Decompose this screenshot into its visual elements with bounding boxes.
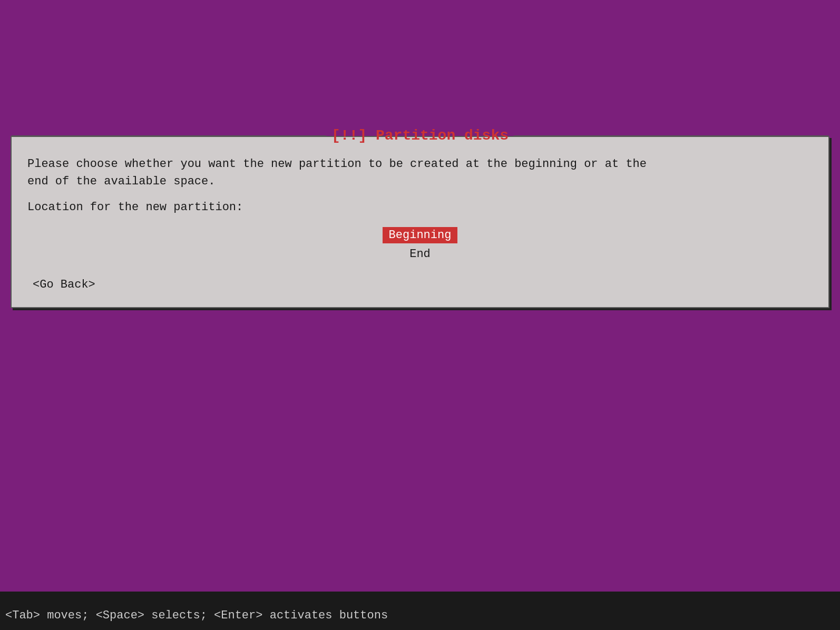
- option-end[interactable]: End: [388, 246, 452, 262]
- options-container: Beginning End: [27, 227, 813, 262]
- title-line-left: [12, 135, 326, 136]
- title-line-right: [514, 135, 828, 136]
- black-bar: [0, 592, 840, 601]
- location-label: Location for the new partition:: [27, 201, 813, 214]
- bottom-bar: <Tab> moves; <Space> selects; <Enter> ac…: [0, 601, 840, 630]
- dialog-box: [!!] Partition disks Please choose wheth…: [11, 136, 829, 308]
- option-beginning[interactable]: Beginning: [383, 227, 458, 243]
- buttons-container: <Go Back>: [27, 278, 813, 291]
- description-line2: end of the available space.: [27, 175, 215, 188]
- dialog-body: Please choose whether you want the new p…: [27, 147, 813, 291]
- description-text: Please choose whether you want the new p…: [27, 155, 813, 190]
- go-back-button[interactable]: <Go Back>: [33, 278, 95, 291]
- dialog-title: [!!] Partition disks: [326, 127, 514, 144]
- description-line1: Please choose whether you want the new p…: [27, 158, 647, 171]
- bottom-help-text: <Tab> moves; <Space> selects; <Enter> ac…: [5, 609, 388, 622]
- dialog-title-bar: [!!] Partition disks: [12, 127, 828, 144]
- dialog-wrapper: [!!] Partition disks Please choose wheth…: [11, 136, 829, 308]
- screen: [!!] Partition disks Please choose wheth…: [0, 0, 840, 630]
